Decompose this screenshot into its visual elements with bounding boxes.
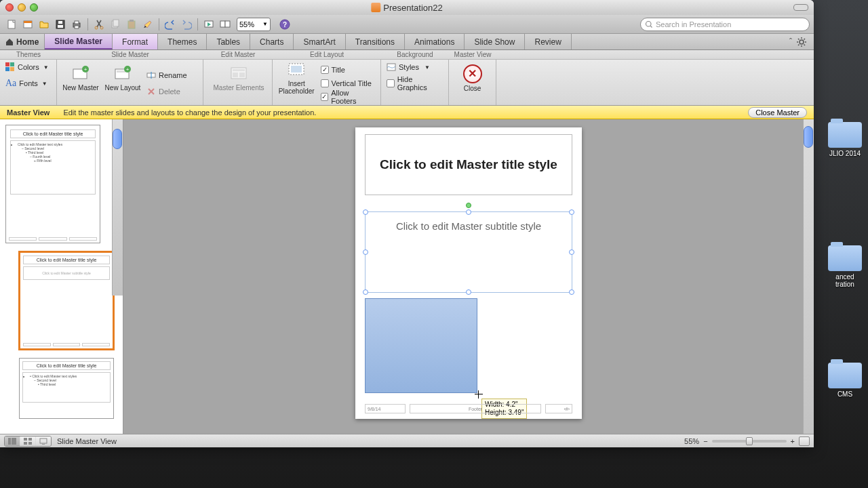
desktop-folder[interactable]: CMS — [825, 363, 865, 398]
zoom-in-button[interactable]: + — [791, 437, 795, 445]
svg-point-21 — [800, 40, 804, 44]
tab-themes[interactable]: Themes — [158, 34, 207, 49]
status-zoom-label: 55% — [684, 437, 699, 445]
tab-slide-master[interactable]: Slide Master — [45, 34, 113, 49]
tab-review[interactable]: Review — [525, 34, 571, 49]
paste-button[interactable] — [124, 17, 139, 32]
close-window-button[interactable] — [5, 3, 14, 12]
vertical-title-checkbox[interactable]: Vertical Title — [318, 77, 378, 89]
rotation-handle[interactable] — [466, 203, 471, 208]
date-placeholder[interactable]: 9/8/14 — [365, 404, 406, 413]
sorter-view-button[interactable] — [20, 436, 35, 446]
window-pill-button[interactable] — [793, 4, 808, 11]
tab-home[interactable]: Home — [3, 34, 45, 49]
fonts-button[interactable]: Aa Fonts ▼ — [3, 77, 54, 89]
collapse-ribbon-button[interactable]: ˆ — [789, 37, 792, 47]
svg-rect-5 — [58, 21, 62, 24]
delete-button[interactable]: Delete — [144, 85, 190, 98]
redo-button[interactable] — [179, 17, 194, 32]
new-document-button[interactable] — [4, 17, 19, 32]
search-input[interactable]: Search in Presentation — [640, 18, 810, 31]
resize-handle[interactable] — [363, 289, 368, 295]
search-icon — [645, 20, 653, 28]
layout-thumbnail[interactable]: Click to edit Master title style • Click… — [19, 358, 114, 419]
editor-scrollbar[interactable] — [803, 119, 814, 434]
separator — [159, 18, 159, 30]
layout-thumbnail-selected[interactable]: Click to edit Master title style Click t… — [19, 251, 114, 350]
cut-button[interactable] — [92, 17, 106, 32]
delete-icon — [146, 87, 156, 96]
slideshow-from-start-button[interactable] — [201, 17, 216, 32]
desktop-folder[interactable]: ancedtration — [825, 245, 865, 288]
copy-button[interactable] — [108, 17, 123, 32]
zoom-slider[interactable] — [712, 440, 787, 443]
allow-footers-checkbox[interactable]: Allow Footers — [318, 91, 378, 103]
new-master-icon: + — [72, 65, 90, 83]
close-master-view-button[interactable]: ✕ Close — [452, 61, 493, 95]
subtitle-placeholder[interactable]: Click to edit Master subtitle style — [365, 211, 572, 293]
status-right: 55% − + — [684, 436, 810, 446]
new-master-button[interactable]: + New Master — [60, 61, 102, 95]
svg-rect-7 — [75, 21, 79, 24]
styles-button[interactable]: Styles ▼ — [384, 61, 446, 73]
title-placeholder[interactable]: Click to edit Master title style — [365, 134, 572, 195]
slideshow-view-button[interactable] — [36, 436, 51, 446]
master-slide-thumbnail[interactable]: Click to edit Master title style Click t… — [5, 125, 100, 243]
help-button[interactable]: ? — [277, 17, 292, 32]
hide-graphics-checkbox[interactable]: Hide Graphics — [384, 77, 446, 89]
tab-smartart[interactable]: SmartArt — [294, 34, 345, 49]
drawn-rectangle-shape[interactable] — [365, 298, 477, 393]
new-from-template-button[interactable] — [20, 17, 35, 32]
title-checkbox[interactable]: Title — [318, 64, 378, 76]
open-button[interactable] — [37, 17, 52, 32]
slide-number-placeholder[interactable]: ‹#› — [545, 404, 572, 413]
zoom-out-button[interactable]: − — [703, 437, 707, 445]
footer-placeholder[interactable]: Footer — [410, 404, 541, 413]
svg-rect-36 — [233, 73, 238, 77]
resize-handle[interactable] — [569, 289, 574, 295]
close-icon: ✕ — [463, 64, 482, 83]
desktop-folder[interactable]: JLIO 2014 — [825, 122, 865, 157]
window-title: Presentation22 — [371, 3, 442, 13]
minimize-window-button[interactable] — [18, 3, 26, 12]
editor-area[interactable]: Click to edit Master title style Click t… — [123, 119, 814, 434]
close-master-button[interactable]: Close Master — [748, 107, 807, 118]
rename-button[interactable]: Rename — [144, 69, 190, 81]
insert-placeholder-button[interactable]: Insert Placeholder — [275, 61, 318, 95]
tab-animations[interactable]: Animations — [405, 34, 465, 49]
thumbnails-pane[interactable]: Click to edit Master title style Click t… — [0, 119, 123, 434]
resize-handle[interactable] — [466, 209, 471, 215]
resize-handle[interactable] — [466, 289, 471, 295]
checkbox-icon — [387, 79, 395, 87]
zoom-window-button[interactable] — [30, 3, 38, 12]
tab-transitions[interactable]: Transitions — [346, 34, 405, 49]
slide-canvas[interactable]: Click to edit Master title style Click t… — [355, 127, 582, 419]
tab-charts[interactable]: Charts — [250, 34, 294, 49]
colors-button[interactable]: Colors ▼ — [3, 61, 54, 73]
tab-slide-show[interactable]: Slide Show — [465, 34, 525, 49]
scrollbar-thumb[interactable] — [804, 126, 813, 148]
new-layout-button[interactable]: + New Layout — [102, 61, 144, 95]
svg-rect-37 — [239, 73, 245, 77]
scrollbar-thumb[interactable] — [113, 129, 122, 149]
save-button[interactable] — [53, 17, 68, 32]
svg-rect-42 — [12, 438, 16, 445]
fit-to-window-button[interactable] — [799, 436, 810, 446]
tab-format[interactable]: Format — [113, 34, 158, 49]
undo-button[interactable] — [163, 17, 178, 32]
slideshow-from-current-button[interactable] — [218, 17, 233, 32]
zoom-slider-thumb[interactable] — [746, 437, 753, 445]
format-painter-button[interactable] — [140, 17, 155, 32]
resize-handle[interactable] — [363, 209, 368, 215]
thumb-title: Click to edit Master title style — [10, 129, 96, 138]
chevron-down-icon: ▼ — [42, 81, 47, 87]
resize-handle[interactable] — [569, 209, 574, 215]
normal-view-button[interactable] — [5, 436, 20, 446]
gear-icon[interactable] — [796, 37, 807, 47]
resize-handle[interactable] — [569, 249, 574, 255]
resize-handle[interactable] — [363, 249, 368, 255]
tab-tables[interactable]: Tables — [207, 34, 250, 49]
print-button[interactable] — [69, 17, 84, 32]
zoom-combo[interactable]: 55%▼ — [237, 18, 271, 31]
master-elements-button[interactable]: Master Elements — [206, 61, 271, 95]
